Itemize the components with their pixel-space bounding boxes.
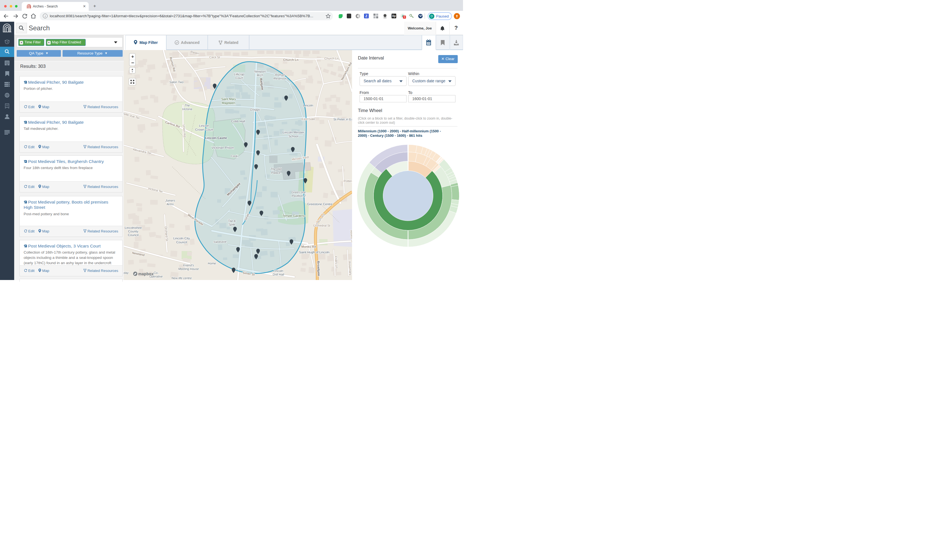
svg-text:Pavillion 2: Pavillion 2 [292,194,306,197]
svg-text:Saint Hugh of Lincoln: Saint Hugh of Lincoln [299,251,329,254]
svg-text:County: County [128,230,138,233]
svg-text:Friend's: Friend's [183,263,194,267]
svg-text:Monks Rd: Monks Rd [301,245,316,248]
svg-text:Lincoln Minster: Lincoln Minster [283,131,304,134]
svg-text:Council: Council [128,233,138,237]
svg-text:Crown Court: Crown Court [195,128,213,131]
svg-text:Lincoln: Lincoln [303,104,313,107]
svg-text:Cobb Hall: Cobb Hall [231,120,245,123]
svg-text:Court: Court [236,76,243,80]
svg-text:Lincolnshire: Lincolnshire [124,226,142,229]
svg-text:Temple Gardens: Temple Gardens [283,214,305,218]
svg-text:Pottergat: Pottergat [344,179,352,183]
svg-text:Arms: Arms [166,203,174,206]
svg-text:Lincoln: Lincoln [274,269,283,272]
svg-text:Roman: Roman [275,73,285,76]
svg-text:Arch: Arch [257,73,263,77]
svg-text:Magdalen: Magdalen [222,101,235,104]
svg-text:Broadgate: Broadgate [317,261,321,276]
svg-text:Victoria Ter: Victoria Ter [148,186,163,193]
svg-text:Victoria: Victoria [182,107,192,110]
svg-text:Orchard St: Orchard St [164,226,169,241]
svg-text:Grees one: Grees one [291,191,306,194]
svg-text:Salon Two: Salon Two [169,80,183,84]
svg-text:Greestone Centre: Greestone Centre [307,203,332,206]
svg-text:Lincoln City: Lincoln City [173,237,190,240]
svg-text:Council: Council [176,241,187,244]
svg-text:New life centre: New life centre [172,276,192,280]
svg-text:supasave: supasave [213,240,226,243]
svg-text:Cecil St: Cecil St [209,56,220,59]
svg-text:The Old: The Old [270,167,281,171]
svg-text:East Gate: East Gate [302,117,315,121]
svg-text:Reservoir: Reservoir [273,77,287,80]
svg-text:Spile: Spile [228,223,235,226]
svg-text:Saint Mary: Saint Mary [221,97,236,101]
svg-text:Co-: Co- [153,271,159,274]
svg-text:St Peter in Eastgate: St Peter in Eastgate [333,118,352,121]
svg-text:Lincoln: Lincoln [199,124,209,127]
svg-text:Cask: Cask [230,154,238,157]
svg-text:Drill Hall: Drill Hall [273,273,284,276]
svg-text:The: The [185,104,190,107]
svg-text:Meeting House: Meeting House [178,267,199,271]
svg-text:School: School [288,135,298,138]
svg-text:Church Ln: Church Ln [325,57,339,60]
svg-text:Newport: Newport [254,70,266,73]
svg-text:Tap &: Tap & [228,219,236,222]
svg-text:Palace: Palace [271,171,281,174]
svg-text:Union Rd: Union Rd [182,124,186,137]
svg-text:Joiners: Joiners [165,199,175,202]
svg-text:Victorian Prison: Victorian Prison [212,146,234,149]
svg-text:Home: Home [208,262,216,265]
svg-text:Church Ln: Church Ln [283,58,299,62]
svg-text:Greggs: Greggs [250,108,260,111]
svg-text:Lincoln Castle: Lincoln Castle [205,136,227,139]
svg-text:Lillicrap: Lillicrap [234,73,244,76]
svg-text:iday: iday [124,271,129,274]
